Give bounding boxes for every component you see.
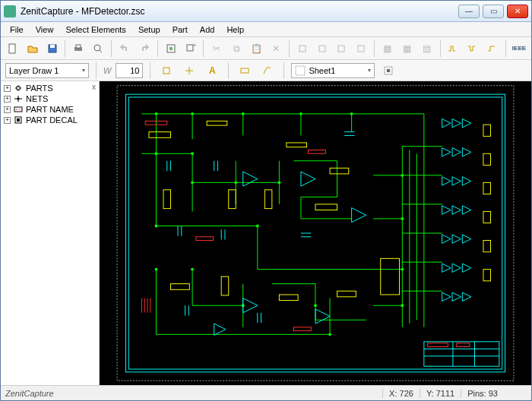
pulse-a-icon[interactable] xyxy=(445,39,463,58)
svg-rect-11 xyxy=(299,46,306,52)
svg-point-40 xyxy=(155,152,158,155)
expand-icon[interactable]: + xyxy=(4,96,11,103)
expand-icon[interactable]: + xyxy=(4,106,11,113)
tree-item-part-decal[interactable]: + PART DECAL xyxy=(2,115,97,125)
menu-select-elements[interactable]: Select Elements xyxy=(59,24,131,36)
new-icon[interactable] xyxy=(4,39,22,58)
svg-rect-66 xyxy=(279,295,298,301)
svg-rect-14 xyxy=(358,46,364,52)
pulse-c-icon[interactable] xyxy=(483,39,502,58)
tool-b-icon[interactable] xyxy=(313,39,331,58)
svg-line-6 xyxy=(100,50,102,52)
svg-point-36 xyxy=(191,112,194,115)
tool-a-icon[interactable] xyxy=(293,39,312,58)
undo-icon[interactable] xyxy=(116,39,134,58)
grid-icon[interactable]: ▦ xyxy=(378,39,397,58)
menu-view[interactable]: View xyxy=(30,24,60,36)
delete-icon[interactable]: ✕ xyxy=(267,39,285,58)
svg-rect-60 xyxy=(163,190,171,209)
copy-icon[interactable]: ⧉ xyxy=(227,39,245,58)
save-icon[interactable] xyxy=(43,39,62,58)
separator xyxy=(374,40,375,57)
tool-d-icon[interactable] xyxy=(352,39,370,58)
menu-add[interactable]: Add xyxy=(194,24,221,36)
tool-c-icon[interactable] xyxy=(332,39,350,58)
pulse-b-icon[interactable] xyxy=(464,39,482,58)
svg-rect-0 xyxy=(9,44,15,53)
svg-point-55 xyxy=(401,304,404,307)
menu-file[interactable]: File xyxy=(4,24,30,36)
preview-icon[interactable] xyxy=(89,39,107,58)
menu-help[interactable]: Help xyxy=(220,24,250,36)
tree-item-part-name[interactable]: + PART NAME xyxy=(2,104,97,115)
tree-item-parts[interactable]: + PARTS xyxy=(2,83,97,93)
zoom-to-fit-icon[interactable] xyxy=(162,39,180,58)
maximize-button[interactable]: ▭ xyxy=(483,5,504,18)
parts-icon xyxy=(14,84,23,93)
status-pins: Pins: 93 xyxy=(461,389,504,398)
sheet-tool-icon[interactable] xyxy=(379,62,397,80)
status-app: ZenitCapture xyxy=(5,389,54,398)
cut-icon[interactable]: ✂ xyxy=(207,39,226,58)
svg-rect-16 xyxy=(241,68,249,73)
print-icon[interactable] xyxy=(69,39,87,58)
svg-rect-58 xyxy=(287,143,307,147)
main-area: x + PARTS + NETS + PART NAME + PART DECA… xyxy=(1,81,531,385)
separator xyxy=(228,62,229,79)
tree-close-icon[interactable]: x xyxy=(92,83,96,91)
menu-setup[interactable]: Setup xyxy=(132,24,166,36)
select-box-icon[interactable] xyxy=(157,62,176,80)
expand-icon[interactable]: + xyxy=(4,117,11,124)
svg-rect-67 xyxy=(337,291,356,297)
svg-rect-65 xyxy=(221,276,229,295)
open-icon[interactable] xyxy=(24,39,42,58)
expand-icon[interactable]: + xyxy=(4,85,11,92)
svg-rect-22 xyxy=(14,107,22,112)
svg-rect-69 xyxy=(483,125,491,136)
schematic-canvas[interactable] xyxy=(100,81,531,385)
separator xyxy=(65,40,65,57)
tree-item-nets[interactable]: + NETS xyxy=(2,93,97,104)
snap-icon[interactable]: ▦ xyxy=(398,39,416,58)
paste-icon[interactable]: 📋 xyxy=(247,39,265,58)
zoom-plus-icon[interactable]: + xyxy=(182,39,200,58)
svg-rect-9 xyxy=(187,45,193,51)
svg-rect-34 xyxy=(457,343,470,347)
svg-rect-71 xyxy=(483,182,491,194)
svg-point-54 xyxy=(401,268,404,271)
svg-rect-68 xyxy=(381,258,400,295)
width-input[interactable] xyxy=(116,63,143,78)
sheet-combo[interactable]: Sheet1 ▾ xyxy=(291,63,375,78)
tree-label: NETS xyxy=(26,94,48,103)
rect-tool-icon[interactable] xyxy=(236,62,254,80)
sheet-value: Sheet1 xyxy=(309,66,335,75)
layer-icon[interactable]: ▤ xyxy=(418,39,436,58)
tree-label: PARTS xyxy=(26,84,53,93)
svg-point-48 xyxy=(191,268,194,271)
svg-point-43 xyxy=(234,181,237,184)
menu-part[interactable]: Part xyxy=(166,24,194,36)
svg-point-50 xyxy=(314,304,317,307)
svg-rect-59 xyxy=(330,168,349,174)
layer-combo[interactable]: Layer Draw 1 ▾ xyxy=(5,63,89,78)
line-tool-icon[interactable] xyxy=(258,62,277,80)
text-icon[interactable]: A xyxy=(203,62,221,80)
minimize-button[interactable]: — xyxy=(458,5,480,18)
tree-panel: x + PARTS + NETS + PART NAME + PART DECA… xyxy=(1,81,100,385)
toolbar-layer: Layer Draw 1 ▾ W A Sheet1 ▾ xyxy=(1,60,531,81)
partname-icon xyxy=(14,105,23,114)
window-title: ZenitCapture - MFDetector.zsc xyxy=(21,6,458,17)
svg-point-35 xyxy=(155,112,158,115)
ieee-icon[interactable]: IEEE xyxy=(510,39,528,58)
close-button[interactable]: ✕ xyxy=(507,5,528,18)
window-controls: — ▭ ✕ xyxy=(458,5,528,18)
chevron-down-icon: ▾ xyxy=(368,67,371,74)
svg-point-51 xyxy=(328,333,331,336)
svg-rect-63 xyxy=(315,204,337,210)
redo-icon[interactable] xyxy=(135,39,154,58)
separator xyxy=(203,40,204,57)
status-x: X: 726 xyxy=(382,389,420,398)
svg-rect-15 xyxy=(163,68,169,74)
svg-rect-70 xyxy=(483,153,491,165)
select-net-icon[interactable] xyxy=(180,62,198,80)
